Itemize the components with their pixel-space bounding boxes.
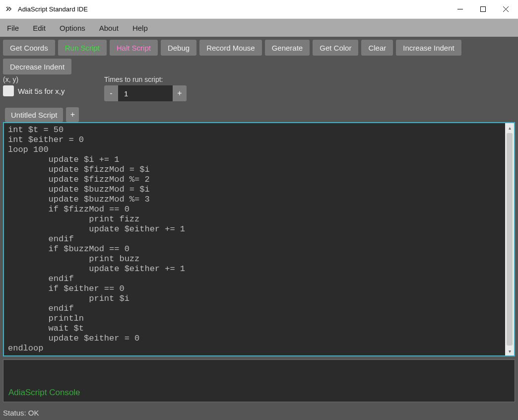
tool-debug[interactable]: Debug — [161, 40, 196, 56]
wait-checkbox[interactable] — [3, 85, 14, 96]
titlebar: AdiaScript Standard IDE — [0, 0, 518, 19]
tab-add-button[interactable]: + — [66, 107, 79, 122]
app-icon — [5, 5, 14, 14]
svg-rect-1 — [480, 7, 485, 12]
editor-wrap: int $t = 50 int $either = 0 loop 100 upd… — [0, 122, 518, 356]
toolbar-row: Get CoordsRun ScriptHalt ScriptDebugReco… — [0, 37, 518, 74]
console-output[interactable]: AdiaScript Console — [3, 359, 515, 402]
tool-halt-script[interactable]: Halt Script — [110, 40, 158, 56]
stepper-plus[interactable]: + — [173, 85, 187, 101]
minimize-button[interactable] — [449, 1, 471, 18]
coords-block: (x, y) Wait 5s for x,y — [3, 75, 92, 101]
editor-border: int $t = 50 int $either = 0 loop 100 upd… — [3, 122, 515, 356]
tabs-row: Untitled Script+ — [0, 104, 518, 122]
scroll-thumb[interactable] — [507, 133, 513, 346]
wait-label: Wait 5s for x,y — [18, 87, 65, 95]
times-input[interactable] — [118, 85, 173, 101]
times-stepper: - + — [104, 85, 187, 101]
console-text: AdiaScript Console — [8, 388, 80, 398]
window-title: AdiaScript Standard IDE — [18, 5, 449, 13]
tool-get-color[interactable]: Get Color — [313, 40, 358, 56]
coords-display: (x, y) — [3, 75, 92, 83]
scroll-up-icon[interactable]: ▴ — [505, 123, 514, 132]
editor-scrollbar[interactable]: ▴ ▾ — [505, 123, 514, 355]
tool-get-coords[interactable]: Get Coords — [3, 40, 55, 56]
tab-untitled-script[interactable]: Untitled Script — [5, 108, 63, 122]
times-label: Times to run script: — [104, 75, 187, 83]
menubar: FileEditOptionsAboutHelp — [0, 19, 518, 37]
close-button[interactable] — [494, 1, 517, 18]
scroll-down-icon[interactable]: ▾ — [505, 347, 514, 355]
stepper-minus[interactable]: - — [104, 85, 118, 101]
menu-help[interactable]: Help — [132, 24, 148, 32]
tool-record-mouse[interactable]: Record Mouse — [199, 40, 262, 56]
toolbar: Get CoordsRun ScriptHalt ScriptDebugReco… — [3, 40, 515, 74]
code-editor[interactable]: int $t = 50 int $either = 0 loop 100 upd… — [4, 123, 505, 355]
menu-about[interactable]: About — [99, 24, 119, 32]
times-block: Times to run script: - + — [104, 75, 187, 101]
console-wrap: AdiaScript Console — [0, 356, 518, 405]
tool-run-script[interactable]: Run Script — [58, 40, 107, 56]
menu-file[interactable]: File — [7, 24, 19, 32]
tool-increase-indent[interactable]: Increase Indent — [396, 40, 461, 56]
menu-edit[interactable]: Edit — [33, 24, 46, 32]
statusbar: Status: OK — [0, 405, 518, 420]
tool-clear[interactable]: Clear — [361, 40, 393, 56]
secondary-row: (x, y) Wait 5s for x,y Times to run scri… — [0, 74, 518, 104]
maximize-button[interactable] — [471, 1, 494, 18]
tool-decrease-indent[interactable]: Decrease Indent — [3, 59, 71, 74]
tool-generate[interactable]: Generate — [265, 40, 310, 56]
wait-row: Wait 5s for x,y — [3, 85, 92, 96]
menu-options[interactable]: Options — [60, 24, 85, 32]
status-text: Status: OK — [3, 409, 39, 417]
